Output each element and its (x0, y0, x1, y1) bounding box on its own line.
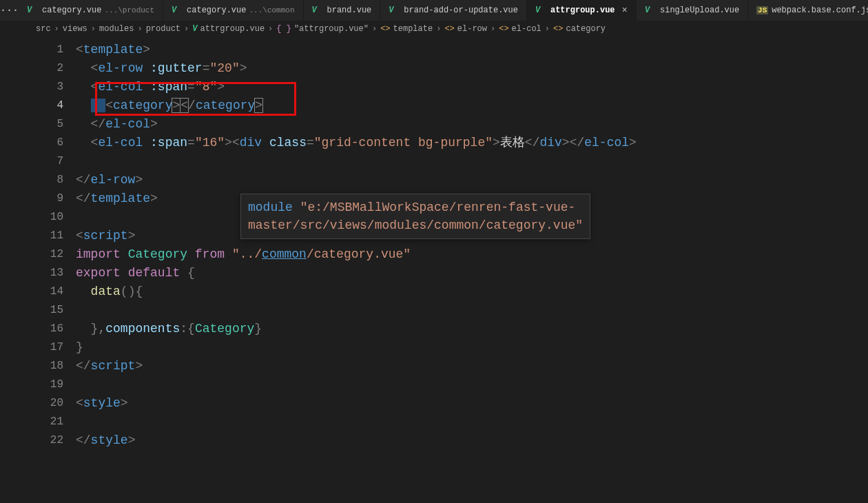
line-number[interactable]: 4 (33, 96, 76, 115)
line-number-gutter: 1 2 3 4 5 6 7 8 9 10 11 12 13 14 15 16 1… (33, 37, 76, 503)
editor-main: 1 2 3 4 5 6 7 8 9 10 11 12 13 14 15 16 1… (0, 37, 868, 503)
tab-category-common[interactable]: V category.vue ...\common (163, 0, 303, 21)
tab-label: brand.vue (327, 6, 372, 15)
line-number[interactable]: 1 (33, 41, 76, 59)
line-number[interactable]: 19 (33, 376, 76, 394)
code-line[interactable]: </el-col> (76, 115, 868, 134)
brace-icon: { } (276, 24, 291, 34)
chevron-right-icon: › (137, 24, 142, 34)
line-number[interactable]: 13 (33, 264, 76, 283)
hover-tooltip: module "e:/MSBMallWorkSpace/renren-fast-… (240, 194, 590, 239)
breadcrumb-item[interactable]: views (63, 24, 87, 34)
tab-label: category.vue (187, 6, 246, 15)
code-line[interactable]: </style> (76, 431, 868, 450)
breadcrumb-item[interactable]: template (393, 24, 433, 34)
code-line[interactable] (76, 301, 868, 320)
code-line[interactable] (76, 376, 868, 394)
vue-icon: V (192, 24, 197, 34)
code-line[interactable]: <el-row :gutter="20"> (76, 59, 868, 78)
chevron-right-icon: › (436, 24, 441, 34)
tab-label: attrgroup.vue (550, 6, 615, 15)
editor-tabs: ··· V category.vue ...\product V categor… (0, 0, 868, 21)
vue-icon: V (27, 6, 39, 15)
breadcrumb-item[interactable]: modules (99, 24, 134, 34)
tab-category-product[interactable]: V category.vue ...\product (19, 0, 163, 21)
line-number[interactable]: 11 (33, 227, 76, 245)
chevron-right-icon: › (545, 24, 550, 34)
code-line[interactable]: export default { (76, 264, 868, 283)
code-line[interactable]: </​script> (76, 357, 868, 376)
code-line[interactable]: import Category from "../common/category… (76, 245, 868, 264)
tab-label: category.vue (42, 6, 101, 15)
line-number[interactable]: 10 (33, 208, 76, 227)
line-number[interactable]: 16 (33, 320, 76, 338)
tab-sublabel: ...\common (249, 6, 294, 14)
chevron-right-icon: › (184, 24, 189, 34)
line-number[interactable]: 15 (33, 301, 76, 320)
line-number[interactable]: 14 (33, 283, 76, 301)
vue-icon: V (535, 6, 547, 15)
vue-icon: V (645, 6, 657, 15)
line-number[interactable]: 20 (33, 394, 76, 413)
tab-label: webpack.base.conf.js (772, 6, 868, 15)
tag-icon: <> (380, 24, 390, 34)
chevron-right-icon: › (91, 24, 96, 34)
tab-label: brand-add-or-update.vue (404, 6, 518, 15)
code-line[interactable]: data(){ (76, 283, 868, 301)
js-icon: JS (756, 6, 768, 14)
breadcrumb-item[interactable]: product (146, 24, 180, 34)
tab-single-upload[interactable]: V singleUpload.vue (637, 0, 748, 21)
code-line[interactable] (76, 413, 868, 431)
line-number[interactable]: 12 (33, 245, 76, 264)
code-line[interactable]: </el-row> (76, 171, 868, 189)
breadcrumb-item[interactable]: attrgroup.vue (200, 24, 265, 34)
vue-icon: V (389, 6, 400, 15)
code-line[interactable]: <el-col :span="8"> (76, 78, 868, 96)
code-line[interactable]: <template> (76, 41, 868, 59)
code-line[interactable]: <el-col :span="16"><div class="grid-cont… (76, 134, 868, 152)
code-line[interactable]: } (76, 338, 868, 357)
vue-icon: V (172, 6, 183, 15)
tab-webpack-base[interactable]: JS webpack.base.conf.js (748, 0, 868, 21)
tab-sublabel: ...\product (104, 6, 154, 14)
breadcrumb-item[interactable]: el-col (512, 24, 541, 34)
chevron-right-icon: › (268, 24, 273, 34)
line-number[interactable]: 3 (33, 78, 76, 96)
line-number[interactable]: 22 (33, 431, 76, 450)
tag-icon: <> (499, 24, 508, 34)
tab-label: singleUpload.vue (660, 6, 739, 15)
code-line[interactable] (76, 152, 868, 171)
chevron-right-icon: › (372, 24, 377, 34)
breadcrumb-item[interactable]: el-row (457, 24, 487, 34)
line-number[interactable]: 5 (33, 115, 76, 134)
breadcrumb-item[interactable]: "attrgroup.vue" (294, 24, 369, 34)
code-line[interactable]: <category></category> (76, 96, 868, 115)
tab-brand-add-or-update[interactable]: V brand-add-or-update.vue (380, 0, 527, 21)
overflow-icon[interactable]: ··· (0, 0, 19, 21)
chevron-right-icon: › (54, 24, 59, 34)
tab-attrgroup[interactable]: V attrgroup.vue × (527, 0, 637, 21)
activity-bar[interactable] (0, 37, 33, 503)
breadcrumb-item[interactable]: category (566, 24, 606, 34)
line-number[interactable]: 7 (33, 152, 76, 171)
vue-icon: V (312, 6, 324, 15)
line-number[interactable]: 9 (33, 189, 76, 208)
breadcrumb-item[interactable]: src (36, 24, 51, 34)
close-icon[interactable]: × (622, 6, 628, 15)
breadcrumb: src› views› modules› product› Vattrgroup… (0, 21, 868, 37)
code-line[interactable]: },components:{Category} (76, 320, 868, 338)
line-number[interactable]: 17 (33, 338, 76, 357)
tag-icon: <> (553, 24, 563, 34)
line-number[interactable]: 8 (33, 171, 76, 189)
line-number[interactable]: 2 (33, 59, 76, 78)
line-number[interactable]: 21 (33, 413, 76, 431)
line-number[interactable]: 6 (33, 134, 76, 152)
code-line[interactable]: <style> (76, 394, 868, 413)
chevron-right-icon: › (490, 24, 495, 34)
line-number[interactable]: 18 (33, 357, 76, 376)
tab-brand[interactable]: V brand.vue (304, 0, 381, 21)
tag-icon: <> (444, 24, 454, 34)
code-area[interactable]: <template> <el-row :gutter="20"> <el-col… (76, 37, 868, 503)
